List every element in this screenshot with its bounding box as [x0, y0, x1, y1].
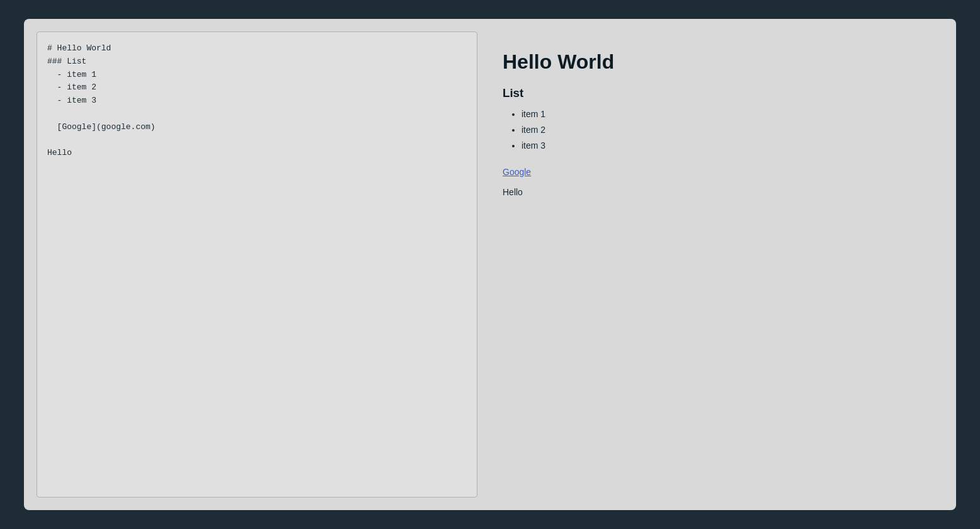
preview-paragraph: Hello — [503, 187, 918, 197]
list-item: item 1 — [521, 106, 918, 122]
preview-list-heading: List — [503, 86, 918, 100]
main-container: # Hello World ### List - item 1 - item 2… — [24, 19, 956, 510]
preview-panel: Hello World List item 1 item 2 item 3 Go… — [477, 31, 943, 498]
preview-title: Hello World — [503, 50, 918, 74]
list-item: item 3 — [521, 138, 918, 154]
list-item: item 2 — [521, 122, 918, 138]
preview-link[interactable]: Google — [503, 167, 918, 177]
preview-list: item 1 item 2 item 3 — [503, 106, 918, 154]
editor-panel[interactable]: # Hello World ### List - item 1 - item 2… — [37, 31, 477, 498]
